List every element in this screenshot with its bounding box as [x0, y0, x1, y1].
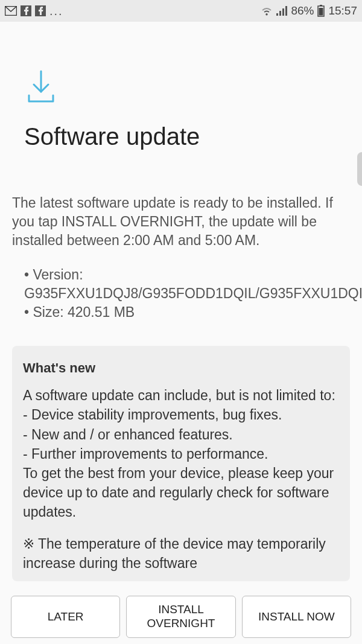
- whats-new-body: A software update can include, but is no…: [23, 386, 339, 521]
- svg-rect-4: [276, 13, 278, 16]
- svg-rect-6: [282, 8, 284, 16]
- more-notifications-ellipsis: ...: [49, 4, 63, 18]
- wifi-icon: [261, 6, 273, 16]
- status-bar: ... 86% 15:57: [0, 0, 362, 22]
- svg-point-3: [266, 13, 268, 15]
- main-content[interactable]: Software update The latest software upda…: [0, 70, 362, 581]
- update-description: The latest software update is ready to b…: [12, 194, 350, 250]
- clock: 15:57: [328, 4, 357, 18]
- status-right: 86% 15:57: [261, 4, 357, 18]
- svg-rect-7: [285, 6, 287, 16]
- battery-icon: [317, 5, 325, 17]
- install-now-button[interactable]: INSTALL NOW: [242, 596, 351, 638]
- download-icon: [27, 70, 350, 106]
- battery-percentage: 86%: [291, 4, 314, 18]
- whats-new-card: What's new A software update can include…: [12, 346, 350, 581]
- whats-new-footnote: ※ The temperature of the device may temp…: [23, 534, 339, 573]
- scroll-handle[interactable]: [357, 152, 362, 186]
- install-overnight-button[interactable]: INSTALLOVERNIGHT: [126, 596, 235, 638]
- update-details: • Version: G935FXXU1DQJ8/G935FODD1DQIL/G…: [12, 266, 350, 322]
- status-left: ...: [5, 4, 63, 18]
- version-line: • Version: G935FXXU1DQJ8/G935FODD1DQIL/G…: [24, 266, 350, 303]
- svg-rect-10: [319, 8, 323, 16]
- size-line: • Size: 420.51 MB: [24, 303, 350, 322]
- page-title: Software update: [24, 123, 350, 150]
- signal-icon: [276, 6, 287, 16]
- facebook-icon: [35, 5, 46, 16]
- svg-rect-5: [279, 11, 281, 16]
- whats-new-title: What's new: [23, 360, 339, 376]
- button-bar: LATER INSTALLOVERNIGHT INSTALL NOW: [0, 596, 362, 638]
- facebook-icon: [21, 5, 31, 16]
- later-button[interactable]: LATER: [11, 596, 120, 638]
- gmail-icon: [5, 6, 17, 16]
